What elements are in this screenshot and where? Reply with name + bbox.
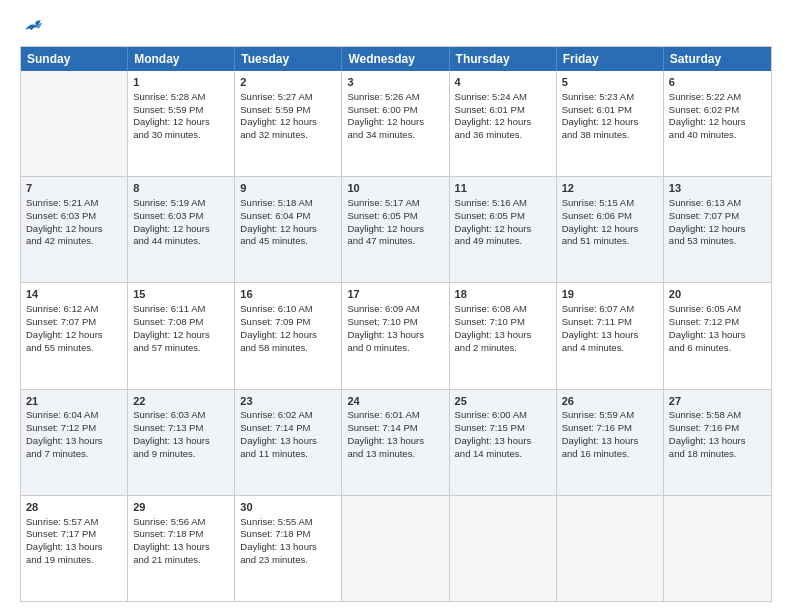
day-info-line: and 19 minutes.: [26, 554, 122, 567]
day-cell-22: 22Sunrise: 6:03 AMSunset: 7:13 PMDayligh…: [128, 390, 235, 495]
day-info-line: Sunset: 6:01 PM: [562, 104, 658, 117]
empty-cell-4-5: [557, 496, 664, 601]
day-number: 19: [562, 287, 658, 302]
day-info-line: Sunset: 7:12 PM: [26, 422, 122, 435]
day-info-line: Sunrise: 6:13 AM: [669, 197, 766, 210]
day-cell-4: 4Sunrise: 5:24 AMSunset: 6:01 PMDaylight…: [450, 71, 557, 176]
day-number: 5: [562, 75, 658, 90]
day-info-line: and 0 minutes.: [347, 342, 443, 355]
day-number: 30: [240, 500, 336, 515]
day-info-line: and 14 minutes.: [455, 448, 551, 461]
day-info-line: Daylight: 13 hours: [347, 435, 443, 448]
day-info-line: Daylight: 12 hours: [669, 223, 766, 236]
day-info-line: Sunrise: 5:26 AM: [347, 91, 443, 104]
day-cell-7: 7Sunrise: 5:21 AMSunset: 6:03 PMDaylight…: [21, 177, 128, 282]
day-info-line: and 4 minutes.: [562, 342, 658, 355]
day-info-line: Daylight: 12 hours: [133, 329, 229, 342]
day-cell-27: 27Sunrise: 5:58 AMSunset: 7:16 PMDayligh…: [664, 390, 771, 495]
day-info-line: Daylight: 12 hours: [562, 116, 658, 129]
calendar-row-0: 1Sunrise: 5:28 AMSunset: 5:59 PMDaylight…: [21, 71, 771, 177]
day-info-line: Sunrise: 5:22 AM: [669, 91, 766, 104]
day-info-line: Sunrise: 5:18 AM: [240, 197, 336, 210]
day-cell-1: 1Sunrise: 5:28 AMSunset: 5:59 PMDaylight…: [128, 71, 235, 176]
day-cell-30: 30Sunrise: 5:55 AMSunset: 7:18 PMDayligh…: [235, 496, 342, 601]
day-info-line: Sunset: 6:03 PM: [26, 210, 122, 223]
day-info-line: and 53 minutes.: [669, 235, 766, 248]
day-number: 24: [347, 394, 443, 409]
day-info-line: Sunrise: 5:16 AM: [455, 197, 551, 210]
day-number: 7: [26, 181, 122, 196]
calendar-row-4: 28Sunrise: 5:57 AMSunset: 7:17 PMDayligh…: [21, 496, 771, 601]
header-day-saturday: Saturday: [664, 47, 771, 71]
day-cell-17: 17Sunrise: 6:09 AMSunset: 7:10 PMDayligh…: [342, 283, 449, 388]
day-number: 15: [133, 287, 229, 302]
day-cell-24: 24Sunrise: 6:01 AMSunset: 7:14 PMDayligh…: [342, 390, 449, 495]
day-info-line: Daylight: 13 hours: [240, 541, 336, 554]
day-info-line: Daylight: 13 hours: [562, 329, 658, 342]
day-number: 1: [133, 75, 229, 90]
day-cell-3: 3Sunrise: 5:26 AMSunset: 6:00 PMDaylight…: [342, 71, 449, 176]
day-number: 17: [347, 287, 443, 302]
day-info-line: and 23 minutes.: [240, 554, 336, 567]
day-info-line: Sunrise: 6:10 AM: [240, 303, 336, 316]
empty-cell-0-0: [21, 71, 128, 176]
day-info-line: Daylight: 12 hours: [26, 223, 122, 236]
day-info-line: Sunrise: 5:15 AM: [562, 197, 658, 210]
day-info-line: Sunset: 7:12 PM: [669, 316, 766, 329]
header-day-wednesday: Wednesday: [342, 47, 449, 71]
day-info-line: Sunrise: 6:01 AM: [347, 409, 443, 422]
day-number: 29: [133, 500, 229, 515]
day-cell-25: 25Sunrise: 6:00 AMSunset: 7:15 PMDayligh…: [450, 390, 557, 495]
day-cell-5: 5Sunrise: 5:23 AMSunset: 6:01 PMDaylight…: [557, 71, 664, 176]
day-number: 9: [240, 181, 336, 196]
day-info-line: Sunrise: 5:59 AM: [562, 409, 658, 422]
empty-cell-4-4: [450, 496, 557, 601]
day-number: 4: [455, 75, 551, 90]
day-info-line: Sunset: 6:02 PM: [669, 104, 766, 117]
day-info-line: and 40 minutes.: [669, 129, 766, 142]
calendar-row-2: 14Sunrise: 6:12 AMSunset: 7:07 PMDayligh…: [21, 283, 771, 389]
day-number: 28: [26, 500, 122, 515]
day-info-line: Sunset: 7:14 PM: [240, 422, 336, 435]
day-cell-2: 2Sunrise: 5:27 AMSunset: 5:59 PMDaylight…: [235, 71, 342, 176]
day-cell-11: 11Sunrise: 5:16 AMSunset: 6:05 PMDayligh…: [450, 177, 557, 282]
day-info-line: Daylight: 13 hours: [26, 541, 122, 554]
day-number: 18: [455, 287, 551, 302]
day-info-line: Sunset: 7:11 PM: [562, 316, 658, 329]
day-info-line: and 6 minutes.: [669, 342, 766, 355]
day-number: 3: [347, 75, 443, 90]
day-number: 13: [669, 181, 766, 196]
day-info-line: and 16 minutes.: [562, 448, 658, 461]
day-number: 25: [455, 394, 551, 409]
day-info-line: Daylight: 12 hours: [347, 223, 443, 236]
day-cell-16: 16Sunrise: 6:10 AMSunset: 7:09 PMDayligh…: [235, 283, 342, 388]
day-info-line: Daylight: 13 hours: [26, 435, 122, 448]
day-cell-18: 18Sunrise: 6:08 AMSunset: 7:10 PMDayligh…: [450, 283, 557, 388]
header-day-friday: Friday: [557, 47, 664, 71]
day-number: 10: [347, 181, 443, 196]
day-info-line: Sunrise: 6:03 AM: [133, 409, 229, 422]
day-info-line: Daylight: 12 hours: [26, 329, 122, 342]
day-info-line: Sunset: 5:59 PM: [133, 104, 229, 117]
day-info-line: Sunrise: 6:00 AM: [455, 409, 551, 422]
day-cell-15: 15Sunrise: 6:11 AMSunset: 7:08 PMDayligh…: [128, 283, 235, 388]
day-info-line: Sunset: 7:10 PM: [347, 316, 443, 329]
day-number: 26: [562, 394, 658, 409]
calendar-row-3: 21Sunrise: 6:04 AMSunset: 7:12 PMDayligh…: [21, 390, 771, 496]
day-info-line: Daylight: 12 hours: [240, 329, 336, 342]
day-info-line: Daylight: 12 hours: [240, 116, 336, 129]
day-info-line: Daylight: 12 hours: [455, 116, 551, 129]
day-cell-26: 26Sunrise: 5:59 AMSunset: 7:16 PMDayligh…: [557, 390, 664, 495]
day-info-line: Sunset: 7:07 PM: [669, 210, 766, 223]
day-cell-21: 21Sunrise: 6:04 AMSunset: 7:12 PMDayligh…: [21, 390, 128, 495]
day-info-line: and 51 minutes.: [562, 235, 658, 248]
day-info-line: Sunset: 7:09 PM: [240, 316, 336, 329]
header-day-monday: Monday: [128, 47, 235, 71]
day-number: 23: [240, 394, 336, 409]
day-number: 8: [133, 181, 229, 196]
day-cell-28: 28Sunrise: 5:57 AMSunset: 7:17 PMDayligh…: [21, 496, 128, 601]
day-info-line: and 32 minutes.: [240, 129, 336, 142]
day-info-line: Sunset: 6:05 PM: [455, 210, 551, 223]
day-info-line: Sunset: 7:10 PM: [455, 316, 551, 329]
day-info-line: Daylight: 13 hours: [669, 435, 766, 448]
